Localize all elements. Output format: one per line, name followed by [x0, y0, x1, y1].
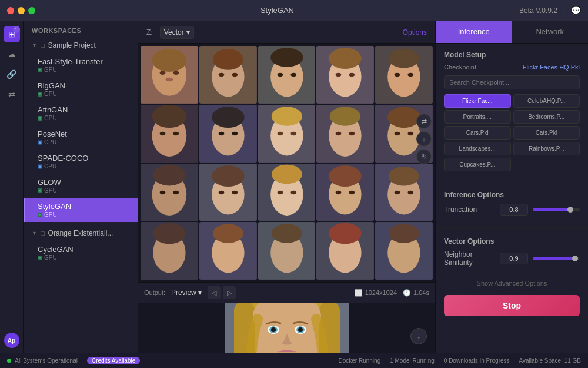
grid-face-15[interactable] — [375, 164, 433, 221]
checkpoint-portraits[interactable]: Portraits.... — [444, 110, 511, 124]
sidebar-item-stylegan[interactable]: StyleGAN ≋ GPU — [24, 198, 138, 222]
checkpoint-row: Checkpoint Flickr Faces HQ.Pkl — [444, 64, 580, 71]
checkpoint-landscapes[interactable]: Landscapes... — [444, 142, 511, 155]
grid-face-11[interactable] — [141, 164, 198, 221]
checkpoint-cupcakes[interactable]: Cupcakes.P... — [444, 158, 511, 171]
grid-face-16[interactable] — [141, 222, 198, 280]
svg-point-73 — [389, 167, 419, 186]
grid-face-20[interactable] — [375, 222, 433, 280]
checkpoint-search[interactable] — [444, 75, 580, 89]
system-status-text: All Systems Operational — [15, 357, 78, 364]
chat-icon[interactable]: 💬 — [571, 6, 581, 15]
sidebar-header: Workspaces — [24, 21, 138, 38]
workspace-sample-project[interactable]: ▼ □ Sample Project — [24, 38, 138, 53]
checkpoint-celebahq[interactable]: CelebAHQ.P... — [513, 94, 580, 108]
sidebar-item-posenet[interactable]: PoseNet ▣ CPU — [24, 125, 138, 150]
svg-point-3 — [160, 71, 166, 75]
neighbor-slider[interactable] — [533, 257, 580, 260]
checkpoint-bedrooms[interactable]: Bedrooms.P... — [513, 110, 580, 124]
grid-face-1[interactable] — [141, 46, 198, 104]
checkpoint-flickr[interactable]: Flickr Fac... — [444, 94, 511, 108]
model-type: ▣ CPU — [38, 139, 129, 145]
sidebar-item-glow[interactable]: GLOW ≋ GPU — [24, 174, 138, 198]
model-type: ≋ GPU — [38, 211, 129, 218]
grid-face-17[interactable] — [199, 222, 257, 280]
arrow-icon-btn[interactable]: ⇄ — [4, 86, 20, 102]
grid-face-9[interactable] — [316, 105, 374, 163]
svg-point-65 — [290, 190, 296, 194]
sidebar-item-attngan[interactable]: AttnGAN ≋ GPU — [24, 101, 138, 125]
checkpoint-cats[interactable]: Cats.Pkl — [513, 126, 580, 140]
tab-inference[interactable]: Inference — [436, 21, 512, 43]
grid-face-2[interactable] — [199, 46, 257, 104]
grid-face-12[interactable] — [199, 164, 257, 221]
sidebar-item-cyclegan[interactable]: CycleGAN ≋ GPU — [24, 241, 138, 265]
maximize-button[interactable] — [28, 7, 35, 14]
swap-button[interactable]: ⇄ — [416, 114, 432, 129]
download-grid-button[interactable]: ↓ — [416, 131, 432, 147]
model-type: ≋ GPU — [38, 67, 129, 73]
svg-point-2 — [152, 49, 187, 72]
cloud-icon-btn[interactable]: ☁ — [4, 46, 20, 62]
truncation-fill — [533, 208, 570, 211]
show-advanced-options[interactable]: Show Advanced Options — [436, 276, 588, 290]
close-button[interactable] — [7, 7, 14, 14]
model-name: SPADE-COCO — [38, 154, 129, 163]
tab-bar: Inference Network — [436, 21, 588, 44]
truncation-thumb[interactable] — [567, 207, 573, 213]
sidebar-item-spade-coco[interactable]: SPADE-COCO ▣ CPU — [24, 150, 138, 174]
grid-face-6[interactable] — [141, 105, 198, 163]
prev-button[interactable]: ◁ — [208, 286, 220, 299]
svg-point-81 — [213, 224, 243, 244]
svg-point-29 — [160, 131, 166, 135]
layers-icon-btn[interactable]: ⊞ 1 — [4, 26, 20, 42]
svg-point-20 — [349, 73, 355, 77]
svg-point-84 — [271, 224, 302, 244]
grid-face-4[interactable] — [316, 46, 374, 104]
svg-point-63 — [271, 164, 302, 184]
neighbor-thumb[interactable] — [572, 256, 578, 261]
tab-network[interactable]: Network — [512, 21, 589, 43]
refresh-button[interactable]: ↻ — [416, 149, 432, 164]
svg-point-54 — [160, 190, 166, 194]
workspace-orange-project[interactable]: ▼ □ Orange Existentiali... — [24, 226, 138, 241]
image-grid-wrapper: ⇄ ↓ ↻ — [138, 44, 435, 282]
gpu-icon: ≋ — [38, 68, 42, 72]
grid-face-14[interactable] — [316, 164, 374, 221]
gpu-icon: ≋ — [38, 256, 42, 260]
checkpoint-cars[interactable]: Cars.Pkl — [444, 126, 511, 140]
svg-point-55 — [173, 190, 179, 194]
avatar[interactable]: Ap — [4, 333, 19, 348]
model-type: ≋ GPU — [38, 187, 129, 194]
grid-face-8[interactable] — [258, 105, 316, 163]
svg-point-24 — [395, 73, 400, 77]
neighbor-label: Neighbor Similarity — [444, 250, 500, 267]
link-icon-btn[interactable]: 🔗 — [4, 66, 20, 82]
minimize-button[interactable] — [18, 7, 25, 14]
grid-face-7[interactable] — [199, 105, 257, 163]
svg-point-78 — [153, 223, 185, 244]
svg-point-74 — [395, 190, 400, 194]
grid-face-13[interactable] — [258, 164, 316, 221]
grid-face-3[interactable] — [258, 46, 316, 104]
svg-point-18 — [329, 48, 362, 69]
checkpoint-value[interactable]: Flickr Faces HQ.Pkl — [523, 64, 580, 71]
grid-face-19[interactable] — [316, 222, 374, 280]
inference-options-title: Inference Options — [444, 191, 580, 199]
stop-button[interactable]: Stop — [444, 295, 580, 316]
download-generated-button[interactable]: ↓ — [410, 328, 427, 344]
sidebar-item-fast-style-transfer[interactable]: Fast-Style-Transfer ≋ GPU — [24, 53, 138, 77]
truncation-slider[interactable] — [533, 208, 580, 211]
neighbor-input[interactable] — [500, 253, 528, 264]
credits-badge[interactable]: Credits Available — [87, 357, 140, 364]
grid-face-5[interactable] — [375, 46, 433, 104]
preview-dropdown[interactable]: Preview ▾ — [171, 289, 202, 297]
options-button[interactable]: Options — [403, 28, 427, 37]
sidebar-item-biggan[interactable]: BigGAN ≋ GPU — [24, 77, 138, 101]
next-button[interactable]: ▷ — [223, 286, 236, 299]
window-controls[interactable] — [7, 7, 35, 14]
checkpoint-rainbows[interactable]: Rainbows.P... — [513, 142, 580, 155]
truncation-input[interactable] — [500, 204, 528, 216]
z-select[interactable]: Vector ▾ — [160, 26, 194, 39]
grid-face-18[interactable] — [258, 222, 316, 280]
